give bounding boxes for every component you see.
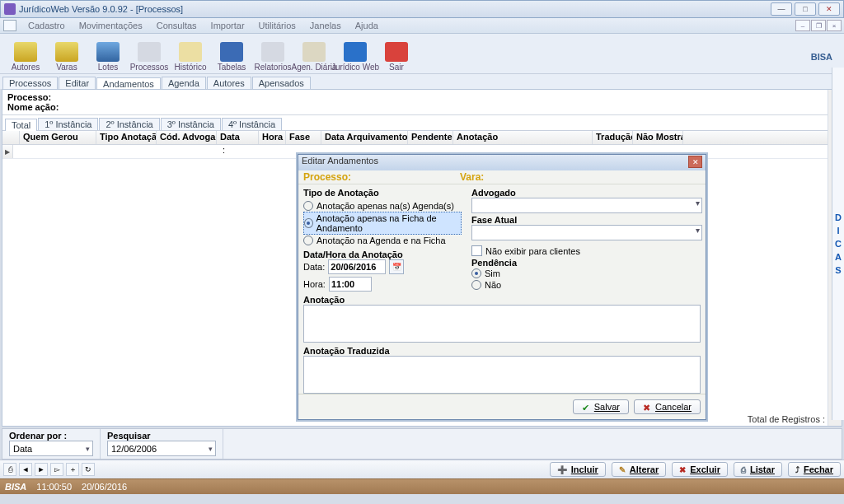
tb-agenda-diaria[interactable]: Agen. Diária [293,42,335,72]
tb-lotes[interactable]: Lotes [87,42,129,72]
incluir-button[interactable]: ➕Incluir [550,462,606,477]
menu-ajuda[interactable]: Ajuda [349,20,384,31]
tab-autores[interactable]: Autores [207,77,251,89]
menu-consultas[interactable]: Consultas [151,20,203,31]
dialog-titlebar[interactable]: Editar Andamentos ✕ [298,155,706,170]
menu-cadastro[interactable]: Cadastro [22,20,71,31]
excluir-button[interactable]: ✖Excluir [672,462,728,477]
cancelar-button[interactable]: ✖Cancelar [634,399,701,414]
tb-varas[interactable]: Varas [46,42,87,72]
traduzida-textarea[interactable] [303,356,701,394]
nav-refresh-icon[interactable]: ↻ [82,463,95,476]
advogado-label: Advogado [471,188,701,198]
status-time: 11:00:50 [36,482,72,492]
tab-1inst[interactable]: 1º Instância [38,118,98,130]
col-pendente[interactable]: Pendente [408,131,453,144]
calendar-icon: 📅 [392,263,401,271]
x-icon: ✖ [643,403,651,411]
sair-icon [385,42,408,62]
hora-label: Hora: [303,279,326,289]
autores-icon [14,42,37,62]
datahora-label: Data/Hora da Anotação [303,250,462,259]
col-hora[interactable]: Hora [259,131,286,144]
nome-acao-label: Nome ação: [7,102,837,112]
ordenar-select[interactable]: Data [9,441,93,456]
tb-juridico-web[interactable]: Jurídico Web [335,42,376,72]
grid-header: Quem Gerou Tipo Anotação Cód. Advogado D… [2,131,842,145]
tab-agenda[interactable]: Agenda [162,77,206,89]
col-quem-gerou[interactable]: Quem Gerou [20,131,96,144]
salvar-button[interactable]: ✔Salvar [573,399,629,414]
mdi-close[interactable]: × [827,20,842,31]
tb-processos[interactable]: Processos [129,42,170,72]
dialog-close-button[interactable]: ✕ [688,156,702,168]
col-cod-advogado[interactable]: Cód. Advogado [157,131,217,144]
col-data[interactable]: Data [217,131,259,144]
radio-sim[interactable]: Sim [471,268,701,279]
calendar-button[interactable]: 📅 [389,259,404,274]
tab-andamentos[interactable]: Andamentos [96,77,161,90]
advogado-combo[interactable] [471,198,702,213]
menu-importar[interactable]: Importar [205,20,251,31]
col-data-arquiv[interactable]: Data Arquivamento [321,131,408,144]
radio-agenda-ficha[interactable]: Anotação na Agenda e na Ficha [303,235,462,246]
processo-label: Processo: [7,92,837,102]
nao-exibir-check[interactable]: Não exibir para clientes [471,245,701,256]
tb-relatorios[interactable]: Relatorios [252,42,293,72]
nav-prev-icon[interactable]: ◄ [19,463,32,476]
dialog-title: Editar Andamentos [302,156,378,166]
tab-processos[interactable]: Processos [2,77,58,89]
status-logo: BISA [5,482,26,492]
tab-2inst[interactable]: 2º Instância [99,118,159,130]
col-anotacao[interactable]: Anotação [453,131,593,144]
menu-janelas[interactable]: Janelas [304,20,347,31]
edit-icon: ✎ [619,465,626,474]
tb-historico[interactable]: Histórico [170,42,211,72]
status-date: 20/06/2016 [82,482,127,492]
radio-icon [303,201,313,211]
col-traducao[interactable]: Tradução [593,131,633,144]
menu-utilitarios[interactable]: Utilitários [253,20,302,31]
tab-3inst[interactable]: 3º Instância [161,118,221,130]
anotacao-textarea[interactable] [303,305,701,343]
tb-sair[interactable]: Sair [376,42,417,72]
alterar-button[interactable]: ✎Alterar [612,462,666,477]
tab-4inst[interactable]: 4º Instância [222,118,282,130]
traduzida-label: Anotação Traduzida [303,346,701,356]
nav-last-icon[interactable]: ▻ [50,463,63,476]
tb-tabelas[interactable]: Tabelas [211,42,252,72]
radio-icon [304,218,313,228]
cell-hora: : [223,145,242,158]
col-fase[interactable]: Fase [286,131,321,144]
print-icon: ⎙ [741,465,746,474]
agenda-icon [302,42,326,62]
nav-next-icon[interactable]: ► [35,463,48,476]
col-tipo-anotacao[interactable]: Tipo Anotação [96,131,157,144]
mdi-minimize[interactable]: – [795,20,810,31]
radio-agenda[interactable]: Anotação apenas na(s) Agenda(s) [303,200,462,212]
editar-andamentos-dialog: Editar Andamentos ✕ Processo: Vara: Tipo… [298,154,706,420]
listar-button[interactable]: ⎙Listar [734,462,782,477]
nav-plus-icon[interactable]: ＋ [66,463,79,476]
mdi-restore[interactable]: ❐ [811,20,826,31]
dlg-processo-label: Processo: [303,171,460,183]
radio-ficha[interactable]: Anotação apenas na Ficha de Andamento [303,212,462,235]
tab-total[interactable]: Total [5,119,37,131]
dicas-sidebar[interactable]: D I C A S [832,68,844,420]
radio-nao[interactable]: Não [471,279,701,291]
data-input[interactable]: 20/06/2016 [328,259,386,274]
pesquisar-date[interactable]: 12/06/2006 [107,441,216,456]
close-button[interactable]: ✕ [818,2,840,16]
fechar-button[interactable]: ⤴Fechar [788,462,841,477]
tab-editar[interactable]: Editar [59,77,96,89]
hora-input[interactable]: 11:00 [329,277,372,292]
fase-label: Fase Atual [471,215,701,225]
maximize-button[interactable]: □ [795,2,816,16]
tb-autores[interactable]: Autores [5,42,46,72]
minimize-button[interactable]: — [771,2,792,16]
fase-combo[interactable] [471,225,702,240]
nav-first-icon[interactable]: ⎙ [3,463,16,476]
tab-apensados[interactable]: Apensados [252,77,311,89]
menu-movimentacoes[interactable]: Movimentações [73,20,148,31]
col-nao-mostra[interactable]: Não Mostra [633,131,683,144]
